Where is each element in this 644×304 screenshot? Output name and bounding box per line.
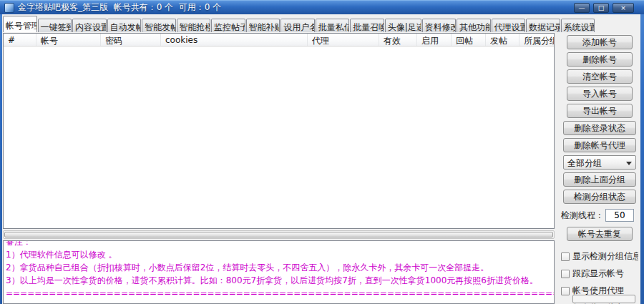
checkbox-row-show-group-info[interactable]: 显示检测分组信息 xyxy=(561,251,638,262)
check-threads-label: 检测线程： xyxy=(561,210,604,222)
delete-login-state-button[interactable]: 删除登录状态 xyxy=(563,121,636,135)
tab-bulk-summon[interactable]: 批量召唤 xyxy=(350,19,384,32)
tab-system-settings[interactable]: 系统设置 xyxy=(561,19,595,32)
note-line-1: 1）代理软件信息可以修改 。 xyxy=(6,248,554,261)
check-threads-input[interactable]: 50 xyxy=(605,209,634,222)
column-header-cookies[interactable]: cookies xyxy=(161,34,308,46)
notes-content: 备注： 1）代理软件信息可以修改 。 2）拿货品种自己组合（折扣核算时，小数点后… xyxy=(4,240,554,300)
column-header-group[interactable]: 所属分组 xyxy=(519,34,554,46)
tab-auto-post[interactable]: 自动发帖 xyxy=(107,19,142,32)
table-body-empty[interactable] xyxy=(4,46,554,228)
minimize-button[interactable]: — xyxy=(574,3,590,13)
checkbox-icon[interactable] xyxy=(561,270,570,278)
note-line-2: 2）拿货品种自己组合（折扣核算时，小数点后保留2位，结算时去零头，不四舍五入），… xyxy=(6,261,554,274)
window-controls: — □ × xyxy=(574,3,634,13)
checkbox-row-track-account[interactable]: 跟踪显示帐号 xyxy=(561,268,638,279)
chevron-down-icon xyxy=(626,162,632,165)
app-window: 金字塔贴吧极客_第三版 帐号共有：0 个 可用：0 个 — □ × 帐号管理 一… xyxy=(0,0,644,304)
tab-smart-subsidy[interactable]: 智能补贴 xyxy=(246,19,280,32)
tab-content-settings[interactable]: 内容设置 xyxy=(72,19,107,32)
checkbox-icon[interactable] xyxy=(561,252,570,261)
client-area: 帐号管理 一键签到 内容设置 自动发帖 智能发帖 智能抢楼 监控帖子 智能补贴 … xyxy=(2,14,640,304)
check-group-status-button[interactable]: 检测分组状态 xyxy=(563,190,636,204)
checkbox-label: 显示检测分组信息 xyxy=(572,250,638,263)
close-button[interactable]: × xyxy=(613,3,634,13)
tab-bulk-message[interactable]: 批量私信 xyxy=(316,19,350,32)
sidebar: 添加帐号 删除帐号 清空帐号 导入帐号 导出帐号 删除登录状态 删除帐号代理 全… xyxy=(560,35,640,304)
tab-set-username[interactable]: 设用户名 xyxy=(280,19,315,32)
partially-visible-control[interactable] xyxy=(572,295,635,303)
group-filter-value: 全部分组 xyxy=(567,158,602,168)
tab-one-key-signin[interactable]: 一键签到 xyxy=(38,19,72,32)
tab-avatar-footprint[interactable]: 头像|足迹 xyxy=(385,19,421,32)
account-table: # 帐号 密码 cookies 代理 有效 启用 回帖 发帖 所属分组 xyxy=(3,33,555,229)
group-filter-dropdown[interactable]: 全部分组 xyxy=(563,155,636,170)
tab-other-functions[interactable]: 其他功能 xyxy=(457,19,491,32)
checkbox-icon[interactable] xyxy=(561,287,570,295)
titlebar: 金字塔贴吧极客_第三版 帐号共有：0 个 可用：0 个 — □ × xyxy=(0,0,644,14)
column-header-index[interactable]: # xyxy=(4,34,36,46)
tab-account-management[interactable]: 帐号管理 xyxy=(3,16,37,32)
note-line-clipped: 备注： xyxy=(6,240,554,248)
column-header-enabled[interactable]: 启用 xyxy=(417,34,452,46)
tab-smart-post[interactable]: 智能发帖 xyxy=(142,19,176,32)
column-header-account[interactable]: 帐号 xyxy=(36,34,101,46)
tab-smart-floor-grab[interactable]: 智能抢楼 xyxy=(177,19,211,32)
column-header-reply[interactable]: 回帖 xyxy=(452,34,486,46)
tab-profile-edit[interactable]: 资料修改 xyxy=(422,19,457,32)
dedupe-accounts-button[interactable]: 帐号去重复 xyxy=(567,227,633,241)
tab-strip: 帐号管理 一键签到 内容设置 自动发帖 智能发帖 智能抢楼 监控帖子 智能补贴 … xyxy=(3,17,595,32)
tab-proxy-settings[interactable]: 代理设置 xyxy=(492,19,526,32)
tab-monitor-post[interactable]: 监控帖子 xyxy=(211,19,245,32)
column-header-post[interactable]: 发帖 xyxy=(486,34,519,46)
horizontal-scrollbar[interactable] xyxy=(3,230,555,239)
scrollbar-thumb[interactable] xyxy=(4,232,553,237)
column-header-valid[interactable]: 有效 xyxy=(379,34,417,46)
import-accounts-button[interactable]: 导入帐号 xyxy=(567,87,633,101)
notes-textarea[interactable]: 备注： 1）代理软件信息可以修改 。 2）拿货品种自己组合（折扣核算时，小数点后… xyxy=(3,240,555,304)
note-line-3: 3）以上均是一次性拿货的价格，进货不累积计算。比如：800元7折拿货，以后进货均… xyxy=(6,274,554,287)
app-icon xyxy=(4,3,14,13)
export-accounts-button[interactable]: 导出帐号 xyxy=(567,104,633,118)
column-header-password[interactable]: 密码 xyxy=(101,34,161,46)
table-header-row: # 帐号 密码 cookies 代理 有效 启用 回帖 发帖 所属分组 xyxy=(4,34,554,46)
delete-account-proxy-button[interactable]: 删除帐号代理 xyxy=(563,138,636,152)
add-account-button[interactable]: 添加帐号 xyxy=(567,35,633,49)
note-separator-line: ========================================… xyxy=(6,287,554,300)
check-threads-row: 检测线程： 50 xyxy=(561,208,638,222)
delete-account-button[interactable]: 删除帐号 xyxy=(567,52,633,67)
window-title: 金字塔贴吧极客_第三版 帐号共有：0 个 可用：0 个 xyxy=(18,1,221,14)
clear-accounts-button[interactable]: 清空帐号 xyxy=(567,69,633,84)
tab-data-records[interactable]: 数据记录 xyxy=(526,19,560,32)
column-header-proxy[interactable]: 代理 xyxy=(308,34,379,46)
delete-above-group-button[interactable]: 删除上面分组 xyxy=(563,172,636,187)
maximize-button[interactable]: □ xyxy=(593,3,609,13)
checkbox-label: 跟踪显示帐号 xyxy=(572,268,624,280)
